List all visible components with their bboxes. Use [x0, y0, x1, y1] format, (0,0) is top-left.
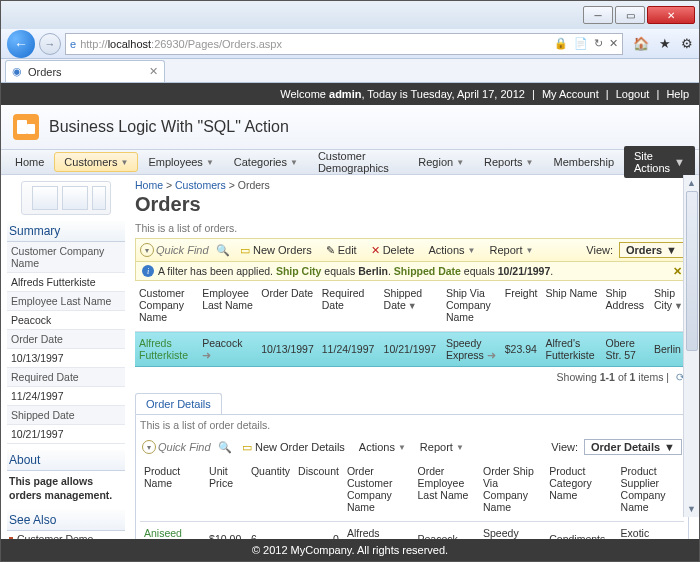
- forward-button[interactable]: →: [39, 33, 61, 55]
- details-view-label: View:: [551, 441, 578, 453]
- tab-title: Orders: [28, 66, 62, 78]
- chevron-down-icon: ▼: [398, 443, 406, 452]
- help-link[interactable]: Help: [666, 88, 689, 100]
- menu-reports[interactable]: Reports▼: [474, 152, 543, 172]
- home-icon[interactable]: 🏠: [633, 36, 649, 51]
- sidebar-header-image: [21, 181, 111, 215]
- col-header[interactable]: Unit Price: [205, 459, 247, 522]
- breadcrumb-link[interactable]: Customers: [175, 179, 226, 191]
- summary-value: 11/24/1997: [7, 387, 125, 406]
- scroll-down-icon[interactable]: ▼: [684, 501, 699, 517]
- row-arrow-icon[interactable]: ➜: [487, 349, 496, 361]
- details-grid: Product Name Unit Price Quantity Discoun…: [140, 459, 684, 539]
- tab-close-icon[interactable]: ✕: [149, 65, 158, 78]
- col-header[interactable]: Product Supplier Company Name: [617, 459, 684, 522]
- menu-region[interactable]: Region▼: [408, 152, 474, 172]
- site-actions-button[interactable]: Site Actions▼: [624, 146, 695, 178]
- report-dropdown[interactable]: Report▼: [485, 242, 537, 258]
- col-header[interactable]: Ship Name: [541, 281, 601, 332]
- details-tab-header: Order Details: [135, 393, 689, 414]
- menu-employees[interactable]: Employees▼: [138, 152, 223, 172]
- menu-customers[interactable]: Customers▼: [54, 152, 138, 172]
- col-header[interactable]: Customer Company Name: [135, 281, 198, 332]
- col-header[interactable]: Order Customer Company Name: [343, 459, 414, 522]
- scroll-thumb[interactable]: [686, 191, 698, 351]
- welcome-text: Welcome admin, Today is Tuesday, April 1…: [280, 88, 525, 100]
- chevron-down-icon: ▼: [206, 158, 214, 167]
- browser-nav-bar: ← → e http://localhost:26930/Pages/Order…: [1, 29, 699, 59]
- quick-find-dropdown-icon[interactable]: ▾: [140, 243, 154, 257]
- menu-home[interactable]: Home: [5, 152, 54, 172]
- info-icon: i: [142, 265, 154, 277]
- details-view-selector[interactable]: Order Details▼: [584, 439, 682, 455]
- col-header[interactable]: Required Date: [318, 281, 380, 332]
- address-bar-icons: 🔒 📄 ↻ ✕: [554, 37, 618, 50]
- col-header[interactable]: Quantity: [247, 459, 294, 522]
- compat-icon[interactable]: 📄: [574, 37, 588, 50]
- stop-icon[interactable]: ✕: [609, 37, 618, 50]
- new-order-details-button[interactable]: ▭New Order Details: [238, 439, 349, 456]
- chevron-down-icon: ▼: [525, 246, 533, 255]
- favorites-icon[interactable]: ★: [659, 36, 671, 51]
- ie-icon: e: [70, 38, 76, 50]
- orders-row-selected[interactable]: Alfreds Futterkiste Peacock ➜ 10/13/1997…: [135, 332, 689, 367]
- logout-link[interactable]: Logout: [616, 88, 650, 100]
- actions-dropdown[interactable]: Actions▼: [424, 242, 479, 258]
- url-text: http://localhost:26930/Pages/Orders.aspx: [80, 38, 282, 50]
- details-quick-find: ▾ 🔍: [142, 440, 232, 454]
- summary-key: Shipped Date: [7, 406, 125, 425]
- minimize-button[interactable]: ─: [583, 6, 613, 24]
- orders-paging: Showing 1-1 of 1 items | ⟳: [135, 367, 689, 387]
- lock-icon: 🔒: [554, 37, 568, 50]
- cell-link[interactable]: Alfreds Futterkiste: [139, 337, 188, 361]
- vertical-scrollbar[interactable]: ▲ ▼: [683, 175, 699, 517]
- col-header[interactable]: Order Ship Via Company Name: [479, 459, 545, 522]
- details-actions-dropdown[interactable]: Actions▼: [355, 439, 410, 455]
- col-header[interactable]: Order Employee Last Name: [414, 459, 479, 522]
- menu-customer-demographics[interactable]: Customer Demographics: [308, 146, 408, 178]
- address-bar[interactable]: e http://localhost:26930/Pages/Orders.as…: [65, 33, 623, 55]
- col-header[interactable]: Order Date: [257, 281, 318, 332]
- quick-find-input[interactable]: [156, 244, 214, 256]
- cell-link[interactable]: Aniseed Syrup: [144, 527, 182, 539]
- search-icon[interactable]: 🔍: [218, 441, 232, 454]
- col-header[interactable]: Ship Via Company Name: [442, 281, 501, 332]
- my-account-link[interactable]: My Account: [542, 88, 599, 100]
- quick-find-dropdown-icon[interactable]: ▾: [142, 440, 156, 454]
- tab-order-details[interactable]: Order Details: [135, 393, 222, 414]
- filter-clear-icon[interactable]: ✕: [673, 265, 682, 277]
- new-orders-button[interactable]: ▭New Orders: [236, 242, 316, 259]
- col-header[interactable]: Employee Last Name: [198, 281, 257, 332]
- browser-tab[interactable]: ◉ Orders ✕: [5, 60, 165, 82]
- delete-button[interactable]: ✕Delete: [367, 242, 419, 259]
- search-icon[interactable]: 🔍: [216, 244, 230, 257]
- col-header[interactable]: Ship Address: [602, 281, 650, 332]
- details-quick-find-input[interactable]: [158, 441, 216, 453]
- row-arrow-icon[interactable]: ➜: [202, 349, 211, 361]
- details-report-dropdown[interactable]: Report▼: [416, 439, 468, 455]
- refresh-icon[interactable]: ↻: [594, 37, 603, 50]
- filter-icon: ▼: [674, 301, 683, 311]
- col-header[interactable]: Shipped Date▼: [380, 281, 442, 332]
- back-button[interactable]: ←: [7, 30, 35, 58]
- menu-categories[interactable]: Categories▼: [224, 152, 308, 172]
- maximize-button[interactable]: ▭: [615, 6, 645, 24]
- summary-panel: Customer Company Name Alfreds Futterkist…: [7, 242, 125, 444]
- details-description: This is a list of order details.: [140, 419, 684, 431]
- view-selector[interactable]: Orders▼: [619, 242, 684, 258]
- edit-button[interactable]: ✎Edit: [322, 242, 361, 259]
- col-header[interactable]: Product Category Name: [545, 459, 616, 522]
- breadcrumb-link[interactable]: Home: [135, 179, 163, 191]
- col-header[interactable]: Discount: [294, 459, 343, 522]
- menu-membership[interactable]: Membership: [544, 152, 625, 172]
- chevron-down-icon: ▼: [468, 246, 476, 255]
- scroll-up-icon[interactable]: ▲: [684, 175, 699, 191]
- col-header[interactable]: Product Name: [140, 459, 205, 522]
- close-button[interactable]: ✕: [647, 6, 695, 24]
- page-title: Orders: [135, 193, 689, 216]
- tools-icon[interactable]: ⚙: [681, 36, 693, 51]
- col-header[interactable]: Freight: [501, 281, 542, 332]
- quick-find: ▾ 🔍: [140, 243, 230, 257]
- sidebar: Summary Customer Company Name Alfreds Fu…: [1, 175, 131, 539]
- details-row[interactable]: Aniseed Syrup $10.00 6 0 Alfreds Futterk…: [140, 522, 684, 539]
